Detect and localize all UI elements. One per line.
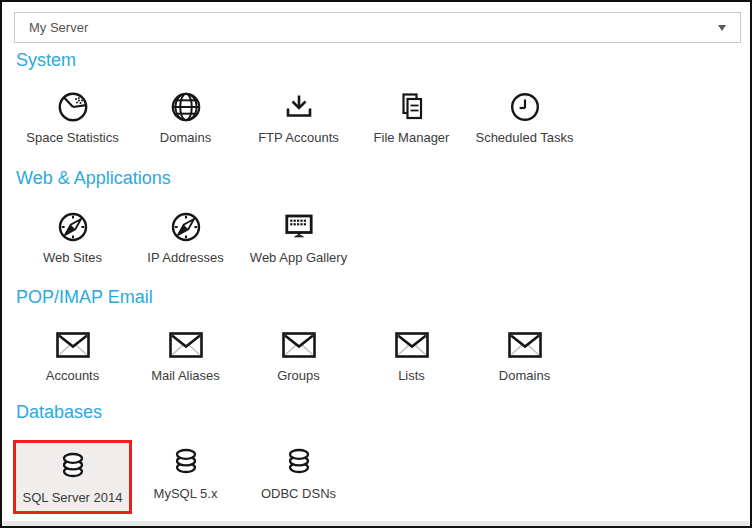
item-label: Scheduled Tasks: [475, 130, 573, 145]
item-label: FTP Accounts: [258, 130, 339, 145]
envelope-icon: [394, 325, 430, 365]
clock-icon: [507, 87, 543, 127]
item-mail-aliases[interactable]: Mail Aliases: [129, 325, 242, 383]
section-title-databases: Databases: [16, 402, 102, 423]
item-space-statistics[interactable]: Space Statistics: [16, 87, 129, 145]
download-tray-icon: [281, 87, 317, 127]
server-selector[interactable]: My Server: [14, 12, 741, 43]
item-label: Accounts: [46, 368, 99, 383]
item-mysql[interactable]: MySQL 5.x: [129, 443, 242, 511]
item-web-sites[interactable]: Web Sites: [16, 207, 129, 265]
section-title-web-applications: Web & Applications: [16, 168, 171, 189]
envelope-icon: [168, 325, 204, 365]
database-icon: [281, 443, 317, 483]
item-scheduled-tasks[interactable]: Scheduled Tasks: [468, 87, 581, 145]
control-panel-window: My Server System Space Statistics: [0, 0, 752, 528]
section-row-system: Space Statistics Domains: [16, 87, 581, 145]
item-label: ODBC DSNs: [261, 486, 336, 501]
item-label: IP Addresses: [147, 250, 223, 265]
item-web-app-gallery[interactable]: Web App Gallery: [242, 207, 355, 265]
item-label: MySQL 5.x: [154, 486, 218, 501]
monitor-grid-icon: [281, 207, 317, 247]
section-title-pop-imap-email: POP/IMAP Email: [16, 287, 153, 308]
server-selector-value: My Server: [29, 20, 88, 35]
documents-icon: [394, 87, 430, 127]
item-label: Space Statistics: [26, 130, 119, 145]
item-label: Lists: [398, 368, 425, 383]
item-ip-addresses[interactable]: IP Addresses: [129, 207, 242, 265]
item-label: Domains: [499, 368, 550, 383]
item-ftp-accounts[interactable]: FTP Accounts: [242, 87, 355, 145]
item-email-domains[interactable]: Domains: [468, 325, 581, 383]
envelope-icon: [55, 325, 91, 365]
item-sql-server-2014[interactable]: SQL Server 2014: [13, 440, 132, 514]
item-email-groups[interactable]: Groups: [242, 325, 355, 383]
compass-icon: [55, 207, 91, 247]
section-row-databases: SQL Server 2014 MySQL 5.x ODBC DSNs: [16, 443, 355, 511]
item-label: File Manager: [374, 130, 450, 145]
item-label: Web App Gallery: [250, 250, 347, 265]
item-file-manager[interactable]: File Manager: [355, 87, 468, 145]
database-icon: [168, 443, 204, 483]
globe-icon: [168, 87, 204, 127]
item-label: Groups: [277, 368, 320, 383]
database-icon: [55, 447, 91, 487]
item-label: Mail Aliases: [151, 368, 220, 383]
pie-chart-icon: [55, 87, 91, 127]
item-domains[interactable]: Domains: [129, 87, 242, 145]
item-email-accounts[interactable]: Accounts: [16, 325, 129, 383]
section-row-email: Accounts Mail Aliases: [16, 325, 581, 383]
item-odbc-dsns[interactable]: ODBC DSNs: [242, 443, 355, 511]
item-label: Domains: [160, 130, 211, 145]
section-title-system: System: [16, 50, 76, 71]
item-email-lists[interactable]: Lists: [355, 325, 468, 383]
compass-icon: [168, 207, 204, 247]
envelope-icon: [281, 325, 317, 365]
section-row-web-applications: Web Sites IP Addresses: [16, 207, 355, 265]
envelope-icon: [507, 325, 543, 365]
item-label: SQL Server 2014: [23, 490, 123, 505]
chevron-down-icon: [718, 25, 726, 31]
item-label: Web Sites: [43, 250, 102, 265]
bottom-strip: [2, 521, 750, 526]
